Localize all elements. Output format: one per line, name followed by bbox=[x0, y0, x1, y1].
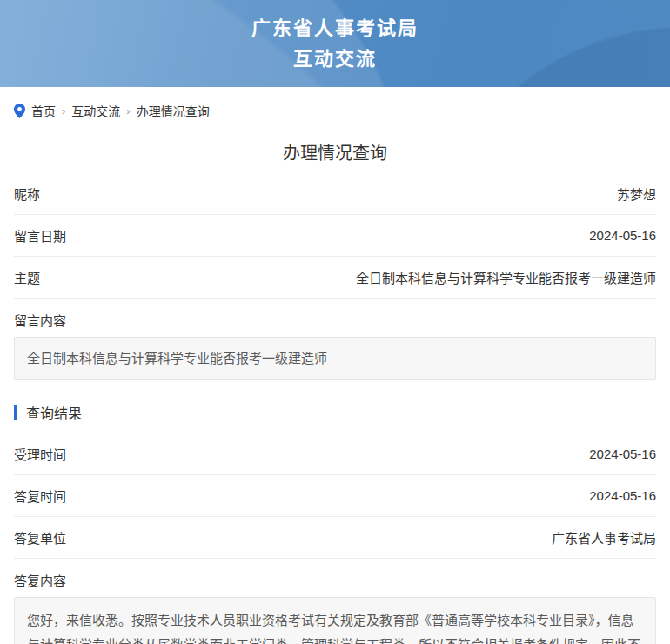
row-subject: 主题 全日制本科信息与计算科学专业能否报考一级建造师 bbox=[14, 257, 656, 299]
reply-content-box: 您好，来信收悉。按照专业技术人员职业资格考试有关规定及教育部《普通高等学校本科专… bbox=[14, 597, 656, 644]
message-content-label: 留言内容 bbox=[14, 299, 656, 337]
breadcrumb-separator: › bbox=[62, 104, 65, 117]
row-reply-time: 答复时间 2024-05-16 bbox=[14, 475, 656, 517]
row-value: 苏梦想 bbox=[617, 184, 656, 203]
row-label: 答复单位 bbox=[14, 528, 66, 547]
result-detail-rows: 受理时间 2024-05-16 答复时间 2024-05-16 答复单位 广东省… bbox=[14, 433, 656, 559]
section-accent-bar bbox=[14, 405, 17, 420]
site-subtitle: 互动交流 bbox=[293, 50, 377, 69]
row-label: 昵称 bbox=[14, 184, 40, 203]
row-message-date: 留言日期 2024-05-16 bbox=[14, 215, 656, 257]
row-accept-time: 受理时间 2024-05-16 bbox=[14, 433, 656, 475]
row-reply-unit: 答复单位 广东省人事考试局 bbox=[14, 517, 656, 559]
site-title: 广东省人事考试局 bbox=[251, 19, 419, 38]
message-content-box: 全日制本科信息与计算科学专业能否报考一级建造师 bbox=[14, 337, 656, 380]
row-value: 2024-05-16 bbox=[589, 488, 656, 503]
breadcrumb: 首页 › 互动交流 › 办理情况查询 bbox=[0, 87, 670, 129]
row-label: 主题 bbox=[14, 268, 40, 286]
page-title: 办理情况查询 bbox=[0, 129, 670, 173]
row-value: 2024-05-16 bbox=[589, 228, 656, 243]
row-value: 全日制本科信息与计算科学专业能否报考一级建造师 bbox=[356, 268, 656, 286]
breadcrumb-current: 办理情况查询 bbox=[137, 102, 210, 119]
section-title: 查询结果 bbox=[26, 402, 82, 423]
breadcrumb-separator: › bbox=[126, 104, 130, 117]
row-nickname: 昵称 苏梦想 bbox=[14, 173, 656, 215]
row-value: 2024-05-16 bbox=[589, 446, 656, 461]
breadcrumb-home[interactable]: 首页 bbox=[31, 102, 56, 119]
row-label: 答复时间 bbox=[14, 486, 66, 505]
location-pin-icon bbox=[14, 104, 25, 118]
site-banner: 广东省人事考试局 互动交流 bbox=[0, 0, 670, 87]
result-section-header: 查询结果 bbox=[14, 402, 656, 433]
reply-content-label: 答复内容 bbox=[14, 559, 656, 597]
message-detail-rows: 昵称 苏梦想 留言日期 2024-05-16 主题 全日制本科信息与计算科学专业… bbox=[14, 173, 656, 299]
page: 广东省人事考试局 互动交流 首页 › 互动交流 › 办理情况查询 办理情况查询 … bbox=[0, 0, 670, 644]
row-label: 受理时间 bbox=[14, 445, 66, 463]
row-label: 留言日期 bbox=[14, 226, 66, 245]
breadcrumb-interaction[interactable]: 互动交流 bbox=[71, 102, 120, 119]
row-value: 广东省人事考试局 bbox=[552, 528, 656, 547]
